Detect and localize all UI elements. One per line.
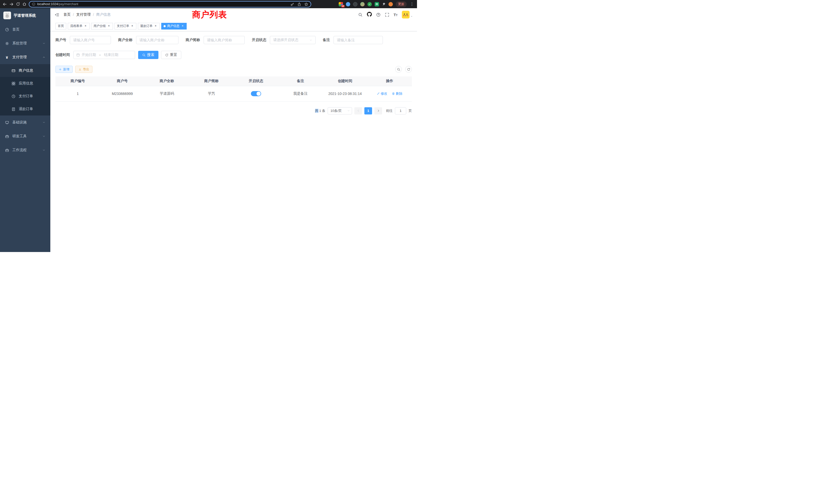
sidebar-item-home[interactable]: 首页: [0, 23, 50, 37]
remark-label: 备注: [323, 38, 330, 42]
sidebar-item-payment[interactable]: ¥ 支付管理: [0, 50, 50, 64]
extension-blue-icon[interactable]: [346, 2, 350, 6]
next-page-button[interactable]: [374, 107, 382, 114]
extension-green-circle-icon[interactable]: ✓: [368, 2, 372, 6]
breadcrumb-item-payment[interactable]: 支付管理: [76, 12, 91, 17]
yen-icon: ¥: [5, 55, 9, 59]
sidebar-item-label: 首页: [12, 27, 20, 32]
extension-pin-icon[interactable]: [382, 2, 386, 6]
reset-button[interactable]: 重置: [161, 51, 181, 59]
site-info-icon[interactable]: [32, 2, 36, 6]
status-label: 开启状态: [252, 38, 266, 42]
remark-input[interactable]: [333, 36, 383, 44]
tab-refund-orders[interactable]: 退款订单×: [138, 23, 160, 29]
extension-avatar-icon[interactable]: [360, 2, 365, 6]
extension-green-doc-icon[interactable]: [375, 2, 379, 6]
reset-button-label: 重置: [170, 53, 177, 57]
tab-close-icon[interactable]: ×: [181, 24, 184, 28]
bookmark-star-icon[interactable]: [304, 2, 308, 6]
show-search-toggle-button[interactable]: [395, 66, 402, 73]
status-select[interactable]: 请选择开启状态: [270, 36, 315, 44]
caret-down-icon: [410, 14, 413, 19]
status-toggle[interactable]: [251, 91, 261, 96]
extension-orange-avatar-icon[interactable]: [389, 2, 393, 6]
page-size-select[interactable]: 10条/页: [328, 107, 352, 114]
browser-menu-icon[interactable]: ⋮: [410, 2, 414, 6]
fullscreen-icon[interactable]: [385, 13, 389, 17]
extension-colorful-icon[interactable]: 10: [339, 2, 343, 6]
sidebar-fold-icon[interactable]: [54, 12, 59, 17]
tab-payment-orders[interactable]: 支付订单×: [114, 23, 136, 29]
page-number-button[interactable]: 1: [364, 107, 372, 114]
chevron-up-icon: [42, 56, 45, 59]
col-actions: 操作: [368, 76, 412, 86]
browser-back-icon[interactable]: [3, 2, 7, 6]
tab-home[interactable]: 首页: [56, 23, 66, 29]
browser-home-icon[interactable]: [22, 2, 26, 6]
add-button-label: 新增: [63, 67, 69, 72]
col-create-time: 创建时间: [323, 76, 368, 86]
tab-close-icon[interactable]: ×: [107, 24, 111, 28]
full-name-label: 商户全称: [118, 38, 132, 42]
tab-label: 首页: [58, 24, 64, 28]
font-size-icon[interactable]: TT: [394, 13, 397, 17]
password-key-icon[interactable]: [290, 2, 294, 6]
full-name-input[interactable]: [136, 36, 178, 44]
pagination-total-suffix: 条: [322, 109, 325, 113]
sidebar-item-payment-orders[interactable]: 支付订单: [0, 90, 50, 102]
tab-close-icon[interactable]: ×: [154, 24, 157, 28]
refresh-table-button[interactable]: [405, 66, 412, 73]
sidebar-item-refund-orders[interactable]: 退款订单: [0, 102, 50, 115]
col-full-name: 商户全称: [145, 76, 189, 86]
browser-update-button[interactable]: 更新: [396, 1, 407, 7]
tab-merchant-info[interactable]: 商户信息×: [161, 23, 187, 29]
prev-page-button[interactable]: [354, 107, 362, 114]
delete-link[interactable]: 删除: [392, 91, 402, 96]
breadcrumb: 首页 / 支付管理 / 商户信息: [63, 12, 111, 17]
short-name-input[interactable]: [204, 36, 245, 44]
pagination-total-count: 1: [319, 109, 321, 113]
chevron-down-icon: [42, 121, 45, 124]
cell-merchant-id: 1: [56, 86, 100, 101]
tab-process-form[interactable]: 流程表单×: [68, 23, 90, 29]
pagination: 共 1 条 10条/页 1 前往 页: [56, 107, 412, 114]
goto-label: 前往: [386, 109, 393, 113]
extension-dark-icon[interactable]: [353, 2, 357, 6]
sidebar-item-label: 支付订单: [19, 94, 33, 98]
sidebar-item-dev-tools[interactable]: 研发工具: [0, 129, 50, 143]
browser-reload-icon[interactable]: [16, 2, 20, 6]
share-icon[interactable]: [297, 2, 301, 6]
tab-label: 退款订单: [140, 24, 153, 28]
sidebar-item-infrastructure[interactable]: 基础设施: [0, 115, 50, 129]
clock-icon: [11, 94, 16, 98]
merchant-no-input[interactable]: [70, 36, 111, 44]
user-avatar[interactable]: [402, 11, 413, 19]
chevron-down-icon: [309, 39, 312, 42]
sidebar-item-system[interactable]: 系统管理: [0, 37, 50, 50]
export-button[interactable]: 导出: [75, 66, 92, 73]
tab-close-icon[interactable]: ×: [84, 24, 87, 28]
tags-view-bar: 首页 流程表单× 用户分组× 支付订单× 退款订单× 商户信息×: [50, 21, 417, 31]
sidebar: 芋道管理系统 首页 系统管理 ¥ 支付管理 商户信息 应用信息: [0, 8, 50, 252]
sidebar-item-app-info[interactable]: 应用信息: [0, 77, 50, 90]
sidebar-item-merchant-info[interactable]: 商户信息: [0, 64, 50, 77]
search-button[interactable]: 搜索: [138, 51, 158, 59]
address-bar[interactable]: localhost:1024/pay/merchant: [29, 1, 311, 7]
browser-forward-icon[interactable]: [9, 2, 14, 6]
breadcrumb-item-home[interactable]: 首页: [63, 12, 71, 17]
search-icon[interactable]: [358, 13, 363, 17]
cell-merchant-no: M233666999: [100, 86, 145, 101]
goto-page-input[interactable]: [395, 107, 406, 114]
grid-icon: [11, 82, 16, 86]
tab-close-icon[interactable]: ×: [130, 24, 134, 28]
github-icon[interactable]: [367, 12, 372, 18]
add-button[interactable]: 新增: [56, 66, 73, 73]
search-button-label: 搜索: [147, 53, 154, 57]
sidebar-item-workflow[interactable]: 工作流程: [0, 143, 50, 157]
edit-link[interactable]: 修改: [377, 91, 387, 96]
tab-user-group[interactable]: 用户分组×: [91, 23, 113, 29]
cell-full-name: 芋道源码: [145, 86, 189, 101]
create-time-range-picker[interactable]: 开始日期 - 结束日期: [73, 51, 135, 59]
edit-link-label: 修改: [380, 91, 387, 96]
help-icon[interactable]: [376, 13, 380, 17]
